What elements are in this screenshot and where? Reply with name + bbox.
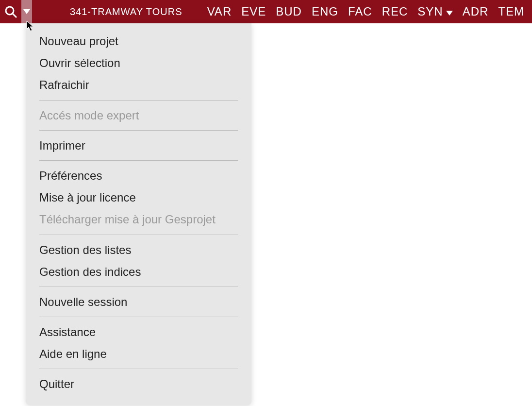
menu-item: Accés mode expert xyxy=(26,104,251,126)
nav-tab-label: SYN xyxy=(417,5,443,18)
menu-item: Télécharger mise à jour Gesprojet xyxy=(26,208,251,230)
nav-tab-adr[interactable]: ADR xyxy=(458,0,494,23)
menu-separator xyxy=(39,317,238,317)
svg-marker-3 xyxy=(446,11,453,16)
main-dropdown-menu: Nouveau projetOuvrir sélectionRafraichir… xyxy=(26,23,251,405)
nav-tab-label: ADR xyxy=(463,5,489,18)
nav-tab-tem[interactable]: TEM xyxy=(493,0,529,23)
nav-tab-label: VAR xyxy=(207,5,232,18)
menu-item[interactable]: Ouvrir sélection xyxy=(26,52,251,74)
nav-tab-label: FAC xyxy=(348,5,372,18)
svg-marker-2 xyxy=(23,9,30,14)
menu-item[interactable]: Mise à jour licence xyxy=(26,186,251,208)
main-menu-toggle[interactable] xyxy=(21,0,32,23)
menu-item[interactable]: Nouveau projet xyxy=(26,30,251,52)
nav-tab-syn[interactable]: SYN xyxy=(413,0,457,23)
svg-point-0 xyxy=(6,7,14,15)
nav-tab-label: TEM xyxy=(498,5,524,18)
nav-tab-label: EVE xyxy=(241,5,266,18)
chevron-down-icon xyxy=(446,5,453,18)
menu-separator xyxy=(39,100,238,101)
nav-tabs: VAREVEBUDENGFACRECSYNADRTEM xyxy=(202,0,532,23)
menu-separator xyxy=(39,287,238,287)
svg-line-1 xyxy=(13,14,17,17)
nav-tab-eng[interactable]: ENG xyxy=(307,0,343,23)
nav-tab-label: ENG xyxy=(312,5,338,18)
menu-separator xyxy=(39,160,238,161)
menu-item[interactable]: Quitter xyxy=(26,373,251,395)
nav-tab-var[interactable]: VAR xyxy=(202,0,237,23)
nav-tab-label: BUD xyxy=(276,5,302,18)
menu-item[interactable]: Imprimer xyxy=(26,135,251,156)
topbar: 341-TRAMWAY TOURS VAREVEBUDENGFACRECSYNA… xyxy=(0,0,532,23)
menu-separator xyxy=(39,130,238,131)
nav-tab-label: REC xyxy=(382,5,408,18)
menu-item[interactable]: Rafraichir xyxy=(26,74,251,96)
search-icon[interactable] xyxy=(0,0,21,23)
nav-tab-rec[interactable]: REC xyxy=(377,0,413,23)
menu-item[interactable]: Assistance xyxy=(26,321,251,343)
menu-separator xyxy=(39,369,238,369)
project-title: 341-TRAMWAY TOURS xyxy=(70,6,183,17)
menu-item[interactable]: Nouvelle session xyxy=(26,291,251,313)
menu-item[interactable]: Gestion des listes xyxy=(26,239,251,261)
menu-item[interactable]: Préférences xyxy=(26,165,251,186)
nav-tab-fac[interactable]: FAC xyxy=(343,0,377,23)
menu-item[interactable]: Gestion des indices xyxy=(26,261,251,283)
nav-tab-eve[interactable]: EVE xyxy=(236,0,271,23)
nav-tab-bud[interactable]: BUD xyxy=(271,0,307,23)
menu-separator xyxy=(39,235,238,235)
menu-item[interactable]: Aide en ligne xyxy=(26,343,251,365)
